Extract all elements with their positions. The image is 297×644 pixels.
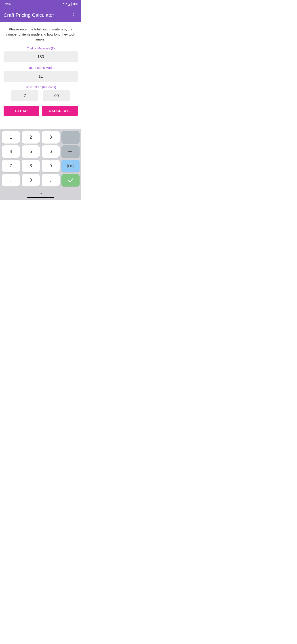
key-minus[interactable]: − xyxy=(61,131,79,144)
keyboard-bottom-bar: ⌄ xyxy=(2,188,79,196)
time-row: : xyxy=(3,90,78,101)
svg-rect-4 xyxy=(71,2,72,6)
key-6[interactable]: 6 xyxy=(41,145,60,158)
status-icons xyxy=(63,2,78,6)
calculate-button[interactable]: CALCULATE xyxy=(42,106,78,116)
key-period[interactable]: . xyxy=(41,174,60,186)
key-7[interactable]: 7 xyxy=(2,160,20,172)
status-bar: 09:07 xyxy=(0,0,81,8)
key-tab[interactable] xyxy=(61,145,79,158)
home-indicator xyxy=(27,197,54,198)
app-bar: Craft Pricing Calculator ⋮ xyxy=(0,8,81,22)
svg-marker-10 xyxy=(71,150,72,153)
items-input[interactable] xyxy=(3,71,78,82)
key-8[interactable]: 8 xyxy=(22,160,40,172)
key-3[interactable]: 3 xyxy=(41,131,60,144)
svg-rect-11 xyxy=(73,150,73,153)
main-content: Please enter the total cost of materials… xyxy=(0,22,81,120)
tab-icon xyxy=(68,150,73,154)
items-field-group: No. of Items Made xyxy=(3,66,78,82)
keyboard-row-2: 4 5 6 xyxy=(2,145,79,158)
signal-icon xyxy=(68,2,72,6)
key-2[interactable]: 2 xyxy=(22,131,40,144)
overflow-menu-button[interactable]: ⋮ xyxy=(70,11,78,19)
key-confirm[interactable] xyxy=(61,174,79,186)
time-minutes-input[interactable] xyxy=(43,90,70,101)
time-label: Time Taken (hrs:mins) xyxy=(3,86,78,89)
items-label: No. of Items Made xyxy=(3,66,78,70)
status-time: 09:07 xyxy=(3,2,11,6)
keyboard: 1 2 3 − 4 5 6 7 8 9 xyxy=(0,129,81,200)
key-1[interactable]: 1 xyxy=(2,131,20,144)
action-buttons: CLEAR CALCULATE xyxy=(3,106,78,116)
instructions-text: Please enter the total cost of materials… xyxy=(3,27,78,42)
svg-rect-1 xyxy=(69,4,70,6)
svg-rect-2 xyxy=(70,3,70,6)
clear-button[interactable]: CLEAR xyxy=(3,106,39,116)
svg-rect-7 xyxy=(74,3,77,5)
svg-rect-6 xyxy=(77,4,77,4)
key-9[interactable]: 9 xyxy=(41,160,60,172)
wifi-icon xyxy=(63,2,67,6)
materials-label: Cost of Materials (£) xyxy=(3,46,78,50)
battery-icon xyxy=(73,3,78,5)
keyboard-row-3: 7 8 9 xyxy=(2,160,79,172)
svg-rect-0 xyxy=(68,5,69,6)
key-5[interactable]: 5 xyxy=(22,145,40,158)
materials-input[interactable] xyxy=(3,52,78,62)
keyboard-row-4: , 0 . xyxy=(2,174,79,186)
key-backspace[interactable] xyxy=(61,160,79,172)
materials-field-group: Cost of Materials (£) xyxy=(3,46,78,62)
confirm-icon xyxy=(68,178,73,182)
chevron-down-icon[interactable]: ⌄ xyxy=(39,190,43,196)
svg-rect-3 xyxy=(71,3,71,6)
backspace-icon xyxy=(67,164,74,168)
time-field-group: Time Taken (hrs:mins) : xyxy=(3,86,78,101)
time-hours-input[interactable] xyxy=(11,90,38,101)
key-4[interactable]: 4 xyxy=(2,145,20,158)
key-0[interactable]: 0 xyxy=(22,174,40,186)
app-title: Craft Pricing Calculator xyxy=(3,12,54,18)
key-comma[interactable]: , xyxy=(2,174,20,186)
keyboard-row-1: 1 2 3 − xyxy=(2,131,79,144)
time-separator: : xyxy=(40,93,41,98)
